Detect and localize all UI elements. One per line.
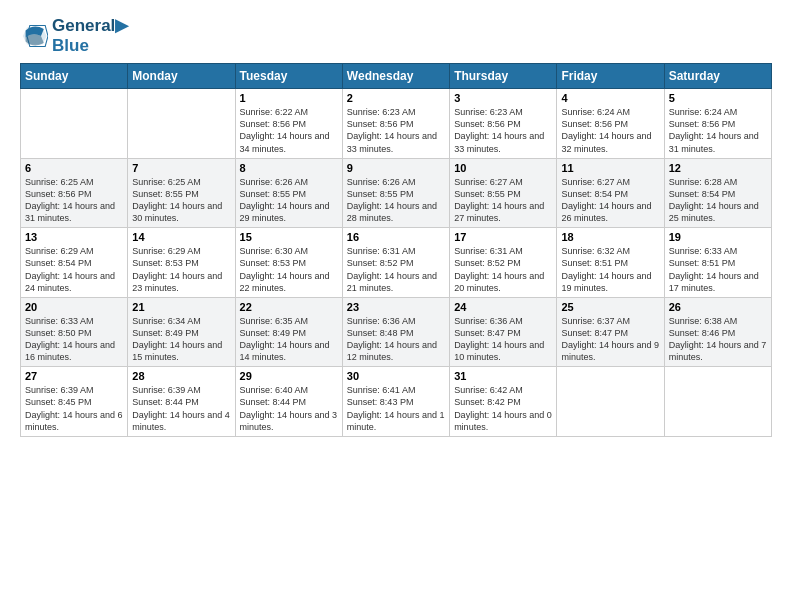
calendar-day-header: Friday <box>557 64 664 89</box>
cell-info: Sunrise: 6:42 AMSunset: 8:42 PMDaylight:… <box>454 384 552 433</box>
cell-info: Sunrise: 6:24 AMSunset: 8:56 PMDaylight:… <box>561 106 659 155</box>
calendar-cell: 3Sunrise: 6:23 AMSunset: 8:56 PMDaylight… <box>450 89 557 159</box>
cell-info: Sunrise: 6:39 AMSunset: 8:44 PMDaylight:… <box>132 384 230 433</box>
calendar-cell: 26Sunrise: 6:38 AMSunset: 8:46 PMDayligh… <box>664 297 771 367</box>
day-number: 12 <box>669 162 767 174</box>
cell-info: Sunrise: 6:29 AMSunset: 8:53 PMDaylight:… <box>132 245 230 294</box>
day-number: 20 <box>25 301 123 313</box>
day-number: 1 <box>240 92 338 104</box>
day-number: 17 <box>454 231 552 243</box>
cell-info: Sunrise: 6:41 AMSunset: 8:43 PMDaylight:… <box>347 384 445 433</box>
calendar-cell: 4Sunrise: 6:24 AMSunset: 8:56 PMDaylight… <box>557 89 664 159</box>
cell-info: Sunrise: 6:23 AMSunset: 8:56 PMDaylight:… <box>347 106 445 155</box>
calendar-cell: 30Sunrise: 6:41 AMSunset: 8:43 PMDayligh… <box>342 367 449 437</box>
cell-info: Sunrise: 6:28 AMSunset: 8:54 PMDaylight:… <box>669 176 767 225</box>
calendar-header-row: SundayMondayTuesdayWednesdayThursdayFrid… <box>21 64 772 89</box>
calendar-cell: 13Sunrise: 6:29 AMSunset: 8:54 PMDayligh… <box>21 228 128 298</box>
cell-info: Sunrise: 6:25 AMSunset: 8:55 PMDaylight:… <box>132 176 230 225</box>
calendar-cell: 25Sunrise: 6:37 AMSunset: 8:47 PMDayligh… <box>557 297 664 367</box>
cell-info: Sunrise: 6:26 AMSunset: 8:55 PMDaylight:… <box>240 176 338 225</box>
cell-info: Sunrise: 6:23 AMSunset: 8:56 PMDaylight:… <box>454 106 552 155</box>
calendar-cell: 2Sunrise: 6:23 AMSunset: 8:56 PMDaylight… <box>342 89 449 159</box>
cell-info: Sunrise: 6:31 AMSunset: 8:52 PMDaylight:… <box>454 245 552 294</box>
cell-info: Sunrise: 6:36 AMSunset: 8:48 PMDaylight:… <box>347 315 445 364</box>
calendar-cell: 20Sunrise: 6:33 AMSunset: 8:50 PMDayligh… <box>21 297 128 367</box>
logo-text: General▶ Blue <box>52 16 128 55</box>
cell-info: Sunrise: 6:33 AMSunset: 8:50 PMDaylight:… <box>25 315 123 364</box>
page: General▶ Blue SundayMondayTuesdayWednesd… <box>0 0 792 457</box>
cell-info: Sunrise: 6:27 AMSunset: 8:54 PMDaylight:… <box>561 176 659 225</box>
cell-info: Sunrise: 6:30 AMSunset: 8:53 PMDaylight:… <box>240 245 338 294</box>
day-number: 24 <box>454 301 552 313</box>
cell-info: Sunrise: 6:37 AMSunset: 8:47 PMDaylight:… <box>561 315 659 364</box>
day-number: 18 <box>561 231 659 243</box>
logo: General▶ Blue <box>20 16 128 55</box>
calendar-cell: 28Sunrise: 6:39 AMSunset: 8:44 PMDayligh… <box>128 367 235 437</box>
day-number: 21 <box>132 301 230 313</box>
day-number: 9 <box>347 162 445 174</box>
day-number: 29 <box>240 370 338 382</box>
calendar-cell: 15Sunrise: 6:30 AMSunset: 8:53 PMDayligh… <box>235 228 342 298</box>
calendar-cell: 12Sunrise: 6:28 AMSunset: 8:54 PMDayligh… <box>664 158 771 228</box>
header: General▶ Blue <box>20 16 772 55</box>
calendar-cell: 24Sunrise: 6:36 AMSunset: 8:47 PMDayligh… <box>450 297 557 367</box>
day-number: 5 <box>669 92 767 104</box>
day-number: 8 <box>240 162 338 174</box>
cell-info: Sunrise: 6:35 AMSunset: 8:49 PMDaylight:… <box>240 315 338 364</box>
calendar-cell: 29Sunrise: 6:40 AMSunset: 8:44 PMDayligh… <box>235 367 342 437</box>
day-number: 26 <box>669 301 767 313</box>
day-number: 22 <box>240 301 338 313</box>
cell-info: Sunrise: 6:31 AMSunset: 8:52 PMDaylight:… <box>347 245 445 294</box>
calendar-cell <box>128 89 235 159</box>
day-number: 3 <box>454 92 552 104</box>
calendar-day-header: Wednesday <box>342 64 449 89</box>
cell-info: Sunrise: 6:32 AMSunset: 8:51 PMDaylight:… <box>561 245 659 294</box>
day-number: 30 <box>347 370 445 382</box>
cell-info: Sunrise: 6:26 AMSunset: 8:55 PMDaylight:… <box>347 176 445 225</box>
cell-info: Sunrise: 6:25 AMSunset: 8:56 PMDaylight:… <box>25 176 123 225</box>
day-number: 10 <box>454 162 552 174</box>
cell-info: Sunrise: 6:29 AMSunset: 8:54 PMDaylight:… <box>25 245 123 294</box>
calendar-cell: 5Sunrise: 6:24 AMSunset: 8:56 PMDaylight… <box>664 89 771 159</box>
day-number: 15 <box>240 231 338 243</box>
day-number: 6 <box>25 162 123 174</box>
calendar-cell: 21Sunrise: 6:34 AMSunset: 8:49 PMDayligh… <box>128 297 235 367</box>
calendar-cell: 7Sunrise: 6:25 AMSunset: 8:55 PMDaylight… <box>128 158 235 228</box>
day-number: 27 <box>25 370 123 382</box>
calendar-cell: 19Sunrise: 6:33 AMSunset: 8:51 PMDayligh… <box>664 228 771 298</box>
calendar-cell: 8Sunrise: 6:26 AMSunset: 8:55 PMDaylight… <box>235 158 342 228</box>
calendar-cell: 9Sunrise: 6:26 AMSunset: 8:55 PMDaylight… <box>342 158 449 228</box>
calendar-day-header: Saturday <box>664 64 771 89</box>
calendar-day-header: Sunday <box>21 64 128 89</box>
cell-info: Sunrise: 6:40 AMSunset: 8:44 PMDaylight:… <box>240 384 338 433</box>
calendar: SundayMondayTuesdayWednesdayThursdayFrid… <box>20 63 772 437</box>
calendar-cell: 27Sunrise: 6:39 AMSunset: 8:45 PMDayligh… <box>21 367 128 437</box>
day-number: 25 <box>561 301 659 313</box>
day-number: 19 <box>669 231 767 243</box>
calendar-cell: 23Sunrise: 6:36 AMSunset: 8:48 PMDayligh… <box>342 297 449 367</box>
calendar-cell: 1Sunrise: 6:22 AMSunset: 8:56 PMDaylight… <box>235 89 342 159</box>
calendar-week-row: 13Sunrise: 6:29 AMSunset: 8:54 PMDayligh… <box>21 228 772 298</box>
day-number: 11 <box>561 162 659 174</box>
calendar-day-header: Monday <box>128 64 235 89</box>
calendar-cell: 11Sunrise: 6:27 AMSunset: 8:54 PMDayligh… <box>557 158 664 228</box>
logo-icon <box>20 22 48 50</box>
cell-info: Sunrise: 6:39 AMSunset: 8:45 PMDaylight:… <box>25 384 123 433</box>
day-number: 28 <box>132 370 230 382</box>
calendar-week-row: 1Sunrise: 6:22 AMSunset: 8:56 PMDaylight… <box>21 89 772 159</box>
day-number: 13 <box>25 231 123 243</box>
calendar-week-row: 20Sunrise: 6:33 AMSunset: 8:50 PMDayligh… <box>21 297 772 367</box>
calendar-cell <box>21 89 128 159</box>
day-number: 2 <box>347 92 445 104</box>
calendar-day-header: Thursday <box>450 64 557 89</box>
calendar-cell: 17Sunrise: 6:31 AMSunset: 8:52 PMDayligh… <box>450 228 557 298</box>
calendar-cell <box>664 367 771 437</box>
calendar-cell <box>557 367 664 437</box>
cell-info: Sunrise: 6:33 AMSunset: 8:51 PMDaylight:… <box>669 245 767 294</box>
day-number: 7 <box>132 162 230 174</box>
day-number: 16 <box>347 231 445 243</box>
cell-info: Sunrise: 6:38 AMSunset: 8:46 PMDaylight:… <box>669 315 767 364</box>
cell-info: Sunrise: 6:24 AMSunset: 8:56 PMDaylight:… <box>669 106 767 155</box>
calendar-cell: 6Sunrise: 6:25 AMSunset: 8:56 PMDaylight… <box>21 158 128 228</box>
day-number: 31 <box>454 370 552 382</box>
